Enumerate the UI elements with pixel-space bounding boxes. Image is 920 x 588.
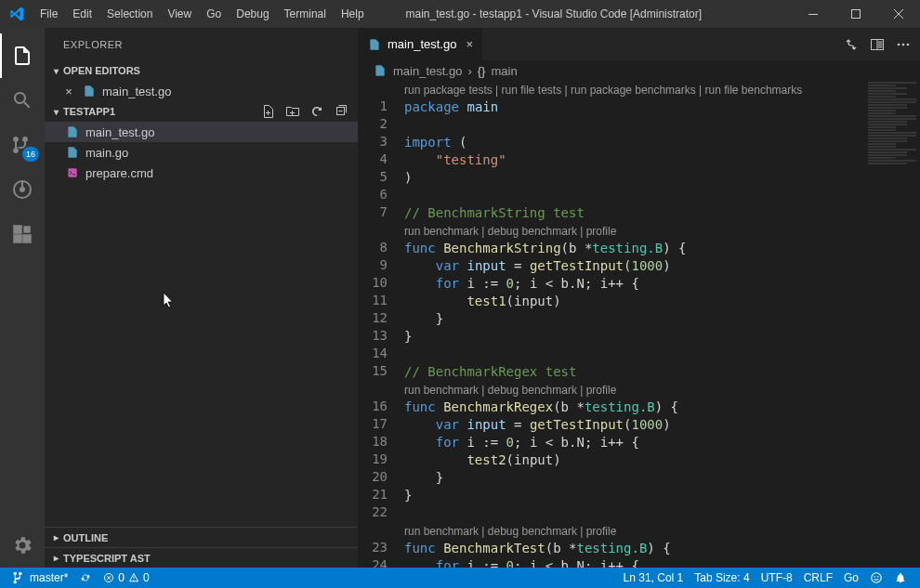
codelens-file[interactable]: run package tests | run file tests | run… xyxy=(404,84,802,97)
refresh-icon[interactable] xyxy=(309,104,324,119)
maximize-button[interactable] xyxy=(835,0,877,28)
status-branch[interactable]: master* xyxy=(7,571,73,584)
explorer-sidebar: EXPLORER ▾ OPEN EDITORS × main_test.go ▾… xyxy=(45,28,358,568)
new-file-icon[interactable] xyxy=(261,104,276,119)
menu-go[interactable]: Go xyxy=(199,0,229,28)
activity-bar: 16 xyxy=(0,28,45,568)
svg-rect-0 xyxy=(808,14,818,15)
svg-rect-11 xyxy=(878,41,883,48)
svg-point-19 xyxy=(877,576,878,577)
close-icon[interactable]: × xyxy=(466,37,473,51)
chevron-right-icon: ▸ xyxy=(48,553,63,563)
status-encoding[interactable]: UTF-8 xyxy=(756,571,798,584)
open-editor-item[interactable]: × main_test.go xyxy=(45,81,358,101)
go-file-icon xyxy=(65,124,80,139)
svg-point-17 xyxy=(872,573,882,583)
status-language[interactable]: Go xyxy=(838,571,864,584)
tab-label: main_test.go xyxy=(388,37,456,51)
status-bar: master* 0 0 Ln 31, Col 1 Tab Size: 4 UTF… xyxy=(0,568,920,588)
go-file-icon xyxy=(82,84,97,98)
chevron-down-icon: ▾ xyxy=(48,107,63,117)
chevron-down-icon: ▾ xyxy=(48,66,63,76)
symbol-namespace-icon: {} xyxy=(478,64,486,78)
status-feedback-icon[interactable] xyxy=(864,571,888,584)
svg-point-16 xyxy=(134,580,135,581)
new-folder-icon[interactable] xyxy=(285,104,300,119)
tab-bar: main_test.go × xyxy=(358,28,920,60)
typescript-ast-label: TYPESCRIPT AST xyxy=(63,553,151,564)
file-name: prepare.cmd xyxy=(85,166,153,180)
breadcrumb[interactable]: main_test.go › {} main xyxy=(358,60,920,81)
close-icon[interactable]: × xyxy=(61,85,76,98)
title-bar: File Edit Selection View Go Debug Termin… xyxy=(0,0,920,28)
svg-point-13 xyxy=(902,43,905,46)
explorer-title: EXPLORER xyxy=(45,28,358,60)
code-editor[interactable]: 1 2 3 4 5 6 7 8 9 10 11 12 13 14 15 16 1… xyxy=(358,81,920,568)
menu-edit[interactable]: Edit xyxy=(65,0,99,28)
window-controls xyxy=(792,0,920,28)
file-name: main_test.go xyxy=(85,125,154,139)
chevron-right-icon: › xyxy=(467,64,471,78)
vscode-logo-icon xyxy=(0,7,33,21)
codelens-benchmark[interactable]: run benchmark | debug benchmark | profil… xyxy=(404,384,616,397)
codelens-benchmark[interactable]: run benchmark | debug benchmark | profil… xyxy=(404,225,616,238)
chevron-right-icon: ▸ xyxy=(48,532,63,542)
status-sync[interactable] xyxy=(73,571,98,584)
window-title: main_test.go - testapp1 - Visual Studio … xyxy=(372,7,792,20)
workspace-label: TESTAPP1 xyxy=(63,106,115,117)
file-name: main.go xyxy=(85,146,128,160)
activity-search-icon[interactable] xyxy=(0,78,45,123)
menu-bar: File Edit Selection View Go Debug Termin… xyxy=(33,0,372,28)
open-editors-label: OPEN EDITORS xyxy=(63,65,140,76)
status-notifications-icon[interactable] xyxy=(888,571,913,584)
svg-point-18 xyxy=(874,576,875,577)
breadcrumb-file[interactable]: main_test.go xyxy=(393,64,462,78)
menu-selection[interactable]: Selection xyxy=(99,0,160,28)
cmd-file-icon xyxy=(65,165,80,180)
activity-explorer-icon[interactable] xyxy=(0,33,45,78)
file-tree-item[interactable]: prepare.cmd xyxy=(45,163,358,183)
menu-terminal[interactable]: Terminal xyxy=(277,0,334,28)
menu-view[interactable]: View xyxy=(160,0,199,28)
line-numbers: 1 2 3 4 5 6 7 8 9 10 11 12 13 14 15 16 1… xyxy=(358,81,404,568)
editor-area: main_test.go × main_test.go › {} main 1 … xyxy=(358,28,920,568)
activity-scm-icon[interactable]: 16 xyxy=(0,123,45,167)
status-tabsize[interactable]: Tab Size: 4 xyxy=(689,571,755,584)
more-actions-icon[interactable] xyxy=(896,37,911,52)
codelens-benchmark[interactable]: run benchmark | debug benchmark | profil… xyxy=(404,525,616,538)
split-editor-icon[interactable] xyxy=(870,37,885,52)
typescript-ast-header[interactable]: ▸ TYPESCRIPT AST xyxy=(45,547,358,568)
go-file-icon xyxy=(65,145,80,160)
compare-changes-icon[interactable] xyxy=(844,37,859,52)
open-editor-filename: main_test.go xyxy=(102,85,171,98)
activity-debug-icon[interactable] xyxy=(0,167,45,212)
minimap[interactable] xyxy=(864,81,920,568)
go-file-icon xyxy=(373,63,388,78)
svg-point-3 xyxy=(20,187,25,192)
code-content[interactable]: run package tests | run file tests | run… xyxy=(404,81,920,568)
status-problems[interactable]: 0 0 xyxy=(98,571,154,584)
file-tree-item[interactable]: main_test.go xyxy=(45,122,358,142)
svg-rect-9 xyxy=(68,168,76,176)
activity-settings-icon[interactable] xyxy=(0,523,45,568)
file-tree-item[interactable]: main.go xyxy=(45,142,358,163)
outline-label: OUTLINE xyxy=(63,532,108,543)
status-eol[interactable]: CRLF xyxy=(798,571,838,584)
scm-badge: 16 xyxy=(22,147,39,162)
outline-header[interactable]: ▸ OUTLINE xyxy=(45,527,358,547)
status-cursor[interactable]: Ln 31, Col 1 xyxy=(618,571,690,584)
svg-rect-1 xyxy=(852,10,861,19)
svg-point-12 xyxy=(898,43,900,46)
menu-debug[interactable]: Debug xyxy=(229,0,276,28)
menu-help[interactable]: Help xyxy=(334,0,372,28)
breadcrumb-symbol[interactable]: main xyxy=(491,64,517,78)
minimize-button[interactable] xyxy=(792,0,835,28)
collapse-all-icon[interactable] xyxy=(334,104,348,119)
close-button[interactable] xyxy=(877,0,920,28)
go-file-icon xyxy=(367,37,382,52)
activity-extensions-icon[interactable] xyxy=(0,212,45,256)
open-editors-header[interactable]: ▾ OPEN EDITORS xyxy=(45,60,358,81)
menu-file[interactable]: File xyxy=(33,0,65,28)
editor-tab[interactable]: main_test.go × xyxy=(358,28,483,60)
workspace-header[interactable]: ▾ TESTAPP1 xyxy=(45,101,358,122)
